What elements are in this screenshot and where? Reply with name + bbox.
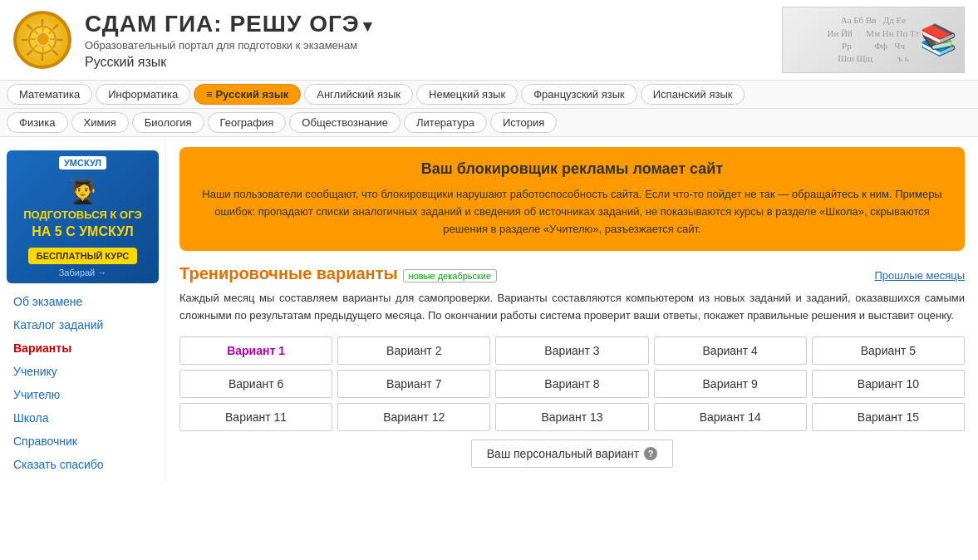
sun-logo [18,16,66,64]
personal-variant-button[interactable]: Ваш персональный вариант ? [471,440,673,468]
header-text: СДАМ ГИА: РЕШУ ОГЭ▾ Образовательный порт… [85,11,782,70]
svg-point-0 [29,27,56,53]
variant-button-15[interactable]: Вариант 15 [812,403,965,431]
sidebar-item-сказать-спасибо[interactable]: Сказать спасибо [0,453,165,476]
ad-blocker-warning: Ваш блокировщик рекламы ломает сайт Наши… [179,147,965,251]
variant-button-14[interactable]: Вариант 14 [654,403,807,431]
nav-item-русский-язык[interactable]: Русский язык [194,84,301,105]
free-course-button[interactable]: БЕСПЛАТНЫЙ КУРС [28,248,137,264]
variants-grid: Вариант 1Вариант 2Вариант 3Вариант 4Вари… [179,336,965,431]
main-content: Ваш блокировщик рекламы ломает сайт Наши… [166,137,978,483]
main-layout: УМСКУЛ 🧑‍🎓 ПОДГОТОВЬСЯ К ОГЭ НА 5 С УМСК… [0,137,978,483]
alphabet-decoration: Аа Бб Вв Дд Ее Ии Йй Мм Нн Пп Тт Рр Фф Ч… [823,11,922,69]
umskul-logo: УМСКУЛ [59,156,106,169]
site-title[interactable]: СДАМ ГИА: РЕШУ ОГЭ▾ [85,11,782,37]
nav-item-химия[interactable]: Химия [71,112,129,133]
banner-title-line2: НА 5 С УМСКУЛ [32,224,133,239]
variants-badge: новые декабрьские [403,269,498,282]
logo[interactable] [13,11,71,69]
sidebar-item-об-экзамене[interactable]: Об экзамене [0,290,165,313]
nav-item-французский-язык[interactable]: Французский язык [521,84,637,105]
nav-item-английский-язык[interactable]: Английский язык [304,84,413,105]
variant-button-11[interactable]: Вариант 11 [179,403,332,431]
dropdown-arrow[interactable]: ▾ [363,17,372,35]
variant-button-2[interactable]: Вариант 2 [337,336,490,365]
sidebar: УМСКУЛ 🧑‍🎓 ПОДГОТОВЬСЯ К ОГЭ НА 5 С УМСК… [0,137,166,483]
variant-button-12[interactable]: Вариант 12 [337,403,490,431]
ad-title: Ваш блокировщик рекламы ломает сайт [196,160,948,178]
nav-row-1: МатематикаИнформатикаРусский языкАнглийс… [0,81,978,109]
nav-item-испанский-язык[interactable]: Испанский язык [641,84,745,105]
site-subtitle: Образовательный портал для подготовки к … [85,39,782,52]
nav-item-история[interactable]: История [490,112,557,133]
sidebar-item-школа[interactable]: Школа [0,406,165,430]
svg-point-10 [37,35,47,45]
books-icon: 📚 [920,22,957,57]
banner-link[interactable]: Забирай → [59,268,107,278]
current-lang: Русский язык [85,55,782,70]
sidebar-item-варианты[interactable]: Варианты [0,336,165,360]
svg-point-1 [34,32,51,48]
variants-description: Каждый месяц мы составляем варианты для … [179,290,965,325]
variant-button-13[interactable]: Вариант 13 [495,403,648,431]
header-decorative-image: Аа Бб Вв Дд Ее Ии Йй Мм Нн Пп Тт Рр Фф Ч… [782,7,965,73]
variant-button-4[interactable]: Вариант 4 [654,336,807,365]
girl-illustration: 🧑‍🎓 [68,178,97,205]
ad-text: Наши пользователи сообщают, что блокиров… [196,186,948,238]
nav-item-физика[interactable]: Физика [7,112,68,133]
nav-item-биология[interactable]: Биология [132,112,204,133]
variant-button-7[interactable]: Вариант 7 [337,370,490,398]
past-months-link[interactable]: Прошлые месяцы [874,269,965,282]
variant-button-3[interactable]: Вариант 3 [495,336,648,365]
sidebar-item-справочник[interactable]: Справочник [0,430,165,453]
nav-row-2: ФизикаХимияБиологияГеографияОбществознан… [0,109,978,137]
personal-variant-row: Ваш персональный вариант ? [179,440,965,468]
sidebar-item-учителю[interactable]: Учителю [0,383,165,406]
sidebar-navigation: Об экзаменеКаталог заданийВариантыУченик… [0,290,165,476]
svg-line-7 [53,51,57,55]
variant-button-6[interactable]: Вариант 6 [179,370,332,398]
nav-item-литература[interactable]: Литература [404,112,487,133]
nav-item-география[interactable]: География [208,112,287,133]
variant-button-9[interactable]: Вариант 9 [654,370,807,398]
variant-button-1[interactable]: Вариант 1 [179,336,332,365]
svg-line-9 [27,51,32,55]
nav-item-математика[interactable]: Математика [7,84,92,105]
svg-line-8 [53,25,57,29]
sidebar-item-каталог-заданий[interactable]: Каталог заданий [0,313,165,336]
variants-title: Тренировочные варианты [179,264,398,283]
personal-variant-label: Ваш персональный вариант [487,447,639,460]
variant-button-8[interactable]: Вариант 8 [495,370,648,398]
nav-item-информатика[interactable]: Информатика [96,84,190,105]
help-icon[interactable]: ? [644,447,657,460]
title-text: СДАМ ГИА: РЕШУ ОГЭ [85,11,360,37]
sidebar-item-ученику[interactable]: Ученику [0,360,165,383]
variants-header: Тренировочные варианты новые декабрьские… [179,264,965,283]
header: СДАМ ГИА: РЕШУ ОГЭ▾ Образовательный порт… [0,0,978,81]
variant-button-10[interactable]: Вариант 10 [812,370,965,398]
nav-item-немецкий-язык[interactable]: Немецкий язык [416,84,518,105]
sidebar-banner[interactable]: УМСКУЛ 🧑‍🎓 ПОДГОТОВЬСЯ К ОГЭ НА 5 С УМСК… [7,150,159,283]
svg-line-6 [27,25,32,29]
banner-title-line1: ПОДГОТОВЬСЯ К ОГЭ [23,209,142,222]
variant-button-5[interactable]: Вариант 5 [812,336,965,365]
nav-item-обществознание[interactable]: Обществознание [289,112,401,133]
